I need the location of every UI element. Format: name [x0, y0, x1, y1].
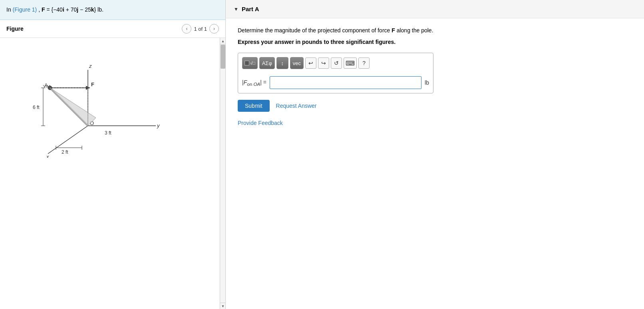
answer-unit: lb [425, 79, 429, 86]
part-title: Part A [242, 6, 259, 12]
greek-symbols-button[interactable]: ΑΣφ [259, 57, 275, 69]
figure-diagram: z y x O A [8, 46, 176, 158]
scroll-down-button[interactable]: ▼ [220, 303, 225, 309]
keyboard-button[interactable]: ⌨ [344, 57, 357, 69]
svg-text:6 ft: 6 ft [33, 105, 40, 110]
svg-marker-15 [50, 88, 96, 126]
svg-text:F: F [91, 81, 94, 87]
submit-button[interactable]: Submit [238, 100, 270, 112]
figure-link[interactable]: (Figure 1) [13, 6, 37, 13]
provide-feedback-link[interactable]: Provide Feedback [238, 120, 283, 126]
figure-scroll[interactable]: z y x O A [0, 38, 225, 309]
figure-next-button[interactable]: › [209, 24, 219, 34]
figure-nav-count: 1 of 1 [194, 26, 207, 32]
vec-button[interactable]: vec [290, 57, 304, 69]
svg-text:3 ft: 3 ft [105, 130, 111, 136]
svg-marker-16 [50, 88, 88, 126]
svg-text:y: y [157, 123, 160, 129]
figure-header: Figure ‹ 1 of 1 › [0, 20, 225, 38]
right-panel: ▼ Part A Determine the magnitude of the … [226, 0, 644, 309]
scrollbar[interactable]: ▲ ▼ [220, 38, 225, 309]
left-panel: In (Figure 1) , F = {−40i + 70j − 25k} l… [0, 0, 226, 309]
figure-prev-button[interactable]: ‹ [182, 24, 191, 34]
question-line1: Determine the magnitude of the projected… [238, 26, 632, 35]
math-editor: √□ ΑΣφ ↕ vec ↩ ↪ ↺ ⌨ ? |Fon OA| = lb [238, 53, 433, 93]
problem-equation: , F = {−40i + 70j − 25k} lb. [38, 6, 103, 13]
problem-prefix: In [6, 6, 11, 13]
action-row: Submit Request Answer [238, 100, 632, 112]
svg-text:x: x [46, 154, 49, 158]
figure-section: Figure ‹ 1 of 1 › z y [0, 20, 225, 309]
instruction-text: Express your answer in pounds to three s… [238, 38, 632, 46]
part-collapse-icon[interactable]: ▼ [234, 6, 239, 12]
input-label: |Fon OA| = [242, 79, 266, 87]
help-button[interactable]: ? [358, 57, 370, 69]
refresh-button[interactable]: ↺ [331, 57, 342, 69]
figure-svg-container: z y x O A [0, 42, 225, 167]
arrows-button[interactable]: ↕ [276, 57, 288, 69]
scrollbar-thumb[interactable] [221, 45, 225, 69]
input-row: |Fon OA| = lb [242, 76, 429, 89]
part-header: ▼ Part A [226, 0, 644, 18]
figure-title: Figure [6, 26, 24, 32]
undo-button[interactable]: ↩ [305, 57, 316, 69]
math-toolbar: √□ ΑΣφ ↕ vec ↩ ↪ ↺ ⌨ ? [242, 57, 429, 72]
svg-text:z: z [89, 63, 92, 69]
math-template-button[interactable]: √□ [242, 57, 258, 69]
answer-input[interactable] [270, 76, 421, 89]
scroll-up-button[interactable]: ▲ [220, 38, 225, 44]
request-answer-link[interactable]: Request Answer [276, 103, 317, 109]
svg-text:2 ft: 2 ft [62, 149, 68, 155]
problem-statement: In (Figure 1) , F = {−40i + 70j − 25k} l… [0, 0, 225, 20]
figure-content: z y x O A [0, 38, 225, 309]
part-content: Determine the magnitude of the projected… [226, 18, 644, 134]
figure-nav: ‹ 1 of 1 › [182, 24, 219, 34]
redo-button[interactable]: ↪ [318, 57, 329, 69]
